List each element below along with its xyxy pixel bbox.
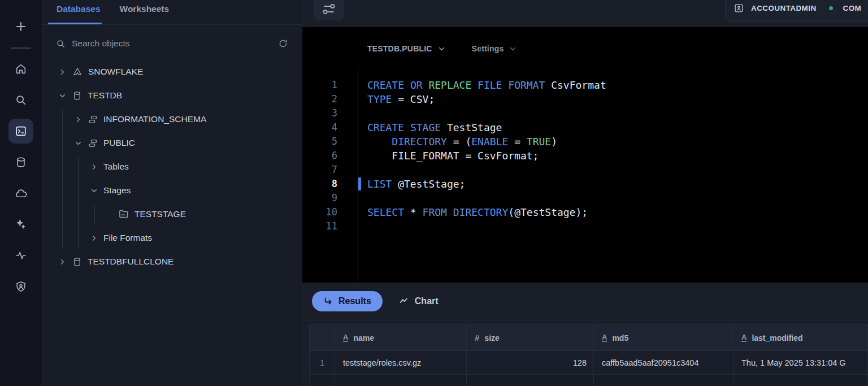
tree-guide-line <box>62 110 63 248</box>
global-search-button[interactable] <box>8 88 33 112</box>
table-cell-md5[interactable]: caffb5aad5aaf20951c3404 <box>594 351 734 375</box>
code-line-text[interactable]: CREATE STAGE TestStage <box>337 120 502 135</box>
column-header-size[interactable]: #size <box>467 324 594 351</box>
settings-label: Settings <box>472 44 504 53</box>
home-button[interactable] <box>8 57 33 81</box>
row-number[interactable]: 1 <box>310 351 335 375</box>
code-line-text[interactable]: TYPE = CSV; <box>337 92 435 106</box>
code-line-text[interactable] <box>337 219 367 233</box>
tree-item-label: Tables <box>103 162 129 172</box>
tree-item-label: TESTDB <box>88 90 122 101</box>
worksheet-main: ACCOUNTADMIN COM TESTDB.PUBLIC Settings … <box>302 0 868 386</box>
line-number: 2 <box>302 92 337 106</box>
data-button[interactable] <box>8 150 33 175</box>
code-line-text[interactable]: DIRECTORY = (ENABLE = TRUE) <box>337 135 557 149</box>
code-line-text[interactable]: SELECT * FROM DIRECTORY(@TestStage); <box>337 205 588 219</box>
table-cell-size[interactable]: 128 <box>467 351 594 375</box>
tree-item-label: File Formats <box>103 233 152 243</box>
tab-worksheets[interactable]: Worksheets <box>120 0 170 24</box>
code-line[interactable]: 4CREATE STAGE TestStage <box>302 120 868 135</box>
tree-guide-line <box>94 205 95 224</box>
column-header-md5[interactable]: Amd5 <box>594 324 734 351</box>
user-badge-icon <box>734 3 744 14</box>
chevron-right-icon[interactable] <box>58 258 67 266</box>
results-panel: Results Chart Aname#sizeAmd5Alast_modifi… <box>302 283 868 386</box>
tree-item-snowflake[interactable]: SNOWFLAKE <box>42 60 302 84</box>
session-context-chip[interactable]: ACCOUNTADMIN COM <box>725 0 868 21</box>
rail-divider <box>11 47 31 49</box>
code-line[interactable]: 11 <box>302 219 868 233</box>
refresh-button[interactable] <box>278 38 288 49</box>
text-type-icon: A <box>343 333 348 342</box>
tree-item-teststage[interactable]: TESTSTAGE <box>42 202 302 226</box>
chevron-right-icon[interactable] <box>90 163 98 171</box>
sql-editor[interactable]: TESTDB.PUBLIC Settings 1CREATE OR REPLAC… <box>302 27 868 283</box>
column-header-name[interactable]: Aname <box>335 324 467 351</box>
snowflake-icon <box>72 66 83 77</box>
chevron-right-icon[interactable] <box>74 115 83 124</box>
database-schema-selector[interactable]: TESTDB.PUBLIC <box>367 44 446 53</box>
code-line[interactable]: 6 FILE_FORMAT = CsvFormat; <box>302 149 868 163</box>
code-line[interactable]: 3 <box>302 106 868 120</box>
code-line-text[interactable]: FILE_FORMAT = CsvFormat; <box>337 149 539 163</box>
chevron-down-icon[interactable] <box>90 187 98 195</box>
code-line-text[interactable] <box>337 106 367 120</box>
code-line-text[interactable]: CREATE OR REPLACE FILE FORMAT CsvFormat <box>337 78 606 92</box>
tab-databases[interactable]: Databases <box>57 0 101 24</box>
code-area[interactable]: 1CREATE OR REPLACE FILE FORMAT CsvFormat… <box>302 78 868 233</box>
code-line[interactable]: 10SELECT * FROM DIRECTORY(@TestStage); <box>302 205 868 219</box>
code-line[interactable]: 8LIST @TestStage; <box>302 177 868 191</box>
row-number-header <box>310 324 335 351</box>
ai-button[interactable] <box>8 212 33 237</box>
role-label: ACCOUNTADMIN <box>751 4 817 12</box>
empty-cell <box>467 375 594 386</box>
chevron-down-icon <box>437 45 446 53</box>
line-number: 1 <box>302 78 337 92</box>
column-label: name <box>353 333 374 342</box>
cloud-button[interactable] <box>8 181 33 206</box>
chevron-right-icon[interactable] <box>58 68 67 76</box>
worksheet-options-button[interactable] <box>314 0 344 20</box>
empty-cell <box>335 375 467 386</box>
code-line[interactable]: 1CREATE OR REPLACE FILE FORMAT CsvFormat <box>302 78 868 92</box>
line-number: 10 <box>302 205 337 219</box>
tree-item-testdb[interactable]: TESTDB <box>42 84 302 107</box>
search-objects-input[interactable] <box>72 38 272 49</box>
results-tab[interactable]: Results <box>312 291 383 311</box>
object-search-row <box>56 36 288 51</box>
chevron-down-icon[interactable] <box>74 139 83 148</box>
activity-button[interactable] <box>8 243 33 268</box>
tree-item-tables[interactable]: Tables <box>42 155 302 179</box>
warehouse-label: COM <box>843 4 862 12</box>
table-cell-last-modified[interactable]: Thu, 1 May 2025 13:31:04 G <box>734 351 868 375</box>
line-number: 5 <box>302 135 337 149</box>
code-line-text[interactable]: LIST @TestStage; <box>337 177 465 191</box>
admin-button[interactable] <box>8 274 33 299</box>
database-schema-label: TESTDB.PUBLIC <box>367 44 432 53</box>
chart-tab[interactable]: Chart <box>398 296 439 306</box>
chevron-right-icon[interactable] <box>90 234 98 242</box>
plus-icon <box>14 20 28 33</box>
new-worksheet-button[interactable] <box>8 14 33 39</box>
code-line[interactable]: 9 <box>302 191 868 205</box>
code-line-text[interactable] <box>337 191 367 205</box>
tree-item-stages[interactable]: Stages <box>42 179 302 202</box>
tree-item-file-formats[interactable]: File Formats <box>42 226 302 250</box>
tree-item-testdbfullclone[interactable]: TESTDBFULLCLONE <box>42 250 302 274</box>
tree-item-information-schema[interactable]: INFORMATION_SCHEMA <box>42 107 302 131</box>
chevron-down-icon[interactable] <box>58 92 67 100</box>
table-cell-name[interactable]: teststage/roles.csv.gz <box>335 351 467 375</box>
code-line-text[interactable] <box>337 163 367 177</box>
worksheets-button[interactable] <box>8 119 33 144</box>
corner-down-right-icon <box>323 296 333 306</box>
text-type-icon: A <box>741 333 747 342</box>
tree-item-label: SNOWFLAKE <box>88 67 143 77</box>
tree-item-public[interactable]: PUBLIC <box>42 131 302 155</box>
code-line[interactable]: 7 <box>302 163 868 177</box>
schema-icon <box>88 114 98 125</box>
code-line[interactable]: 2TYPE = CSV; <box>302 92 868 106</box>
column-header-last-modified[interactable]: Alast_modified <box>734 324 868 351</box>
settings-selector[interactable]: Settings <box>472 44 518 53</box>
tree-item-label: TESTDBFULLCLONE <box>88 257 173 267</box>
code-line[interactable]: 5 DIRECTORY = (ENABLE = TRUE) <box>302 135 868 149</box>
